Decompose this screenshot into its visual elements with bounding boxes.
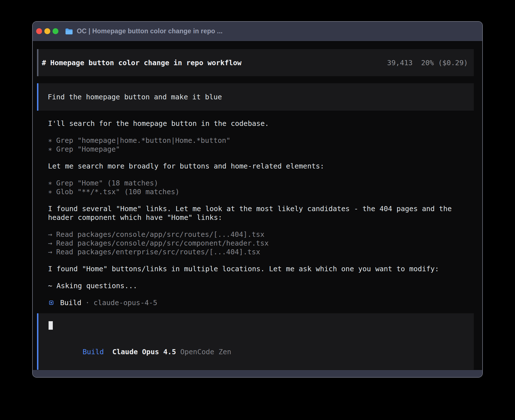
user-message-text: Find the homepage button and make it blu…	[48, 93, 222, 101]
session-stats: 39,41320% ($0.29)	[387, 58, 468, 67]
terminal-window: OC | Homepage button color change in rep…	[32, 21, 483, 378]
zoom-button[interactable]	[53, 28, 58, 34]
model-label: Claude Opus 4.5	[112, 348, 176, 356]
tool-call-group: ∗Grep "Home" (18 matches) ∗Glob "**/*.ts…	[48, 179, 474, 196]
paragraph-line: header component which have "Home" links…	[48, 213, 474, 222]
assistant-paragraph: I found several "Home" links. Let me loo…	[48, 204, 474, 222]
tool-call-text: Read packages/enterprise/src/routes/[...…	[56, 248, 260, 256]
tool-call-read: →Read packages/enterprise/src/routes/[..…	[48, 248, 474, 256]
assistant-paragraph: I'll search for the homepage button in t…	[48, 119, 474, 128]
agent-model: claude-opus-4-5	[93, 298, 157, 307]
tool-call-read: →Read packages/console/app/src/component…	[48, 239, 474, 248]
mode-label: Build	[82, 348, 104, 356]
dot-separator: ·	[85, 298, 90, 307]
tool-call-grep: ∗Grep "homepage|home.*button|Home.*butto…	[48, 136, 474, 145]
arrow-right-icon: →	[48, 248, 52, 256]
tool-call-text: Read packages/console/app/src/routes/[..…	[56, 230, 265, 239]
folder-icon	[65, 28, 73, 34]
agent-build-icon	[49, 301, 53, 305]
minimize-button[interactable]	[44, 28, 50, 34]
arrow-right-icon: →	[48, 230, 52, 239]
session-title: # Homepage button color change in repo w…	[42, 58, 241, 67]
assistant-response: I'll search for the homepage button in t…	[37, 119, 474, 307]
tool-call-text: Glob "**/*.tsx" (100 matches)	[56, 188, 180, 196]
tool-call-text: Grep "Home" (18 matches)	[56, 179, 158, 187]
assistant-paragraph: I found "Home" buttons/links in multiple…	[48, 264, 474, 273]
tool-call-glob: ∗Glob "**/*.tsx" (100 matches)	[48, 187, 474, 196]
close-button[interactable]	[36, 28, 42, 34]
window-title: OC | Homepage button color change in rep…	[77, 27, 222, 35]
token-count: 39,413	[387, 59, 413, 67]
context-cost: 20% ($0.29)	[421, 59, 468, 67]
traffic-lights	[36, 28, 61, 34]
provider-label: OpenCode Zen	[180, 348, 231, 356]
model-row: BuildClaude Opus 4.5OpenCode Zen	[49, 339, 474, 365]
arrow-right-icon: →	[48, 239, 52, 248]
working-status: ~ Asking questions...	[48, 281, 474, 290]
agent-status-line: Build · claude-opus-4-5	[48, 298, 474, 307]
session-header: # Homepage button color change in repo w…	[37, 49, 474, 76]
tool-call-grep: ∗Grep "Homepage"	[48, 145, 474, 154]
asterisk-icon: ∗	[48, 187, 52, 196]
window-bottom-bar	[33, 370, 482, 377]
paragraph-line: I found several "Home" links. Let me loo…	[48, 204, 474, 213]
user-message: Find the homepage button and make it blu…	[37, 83, 474, 111]
window-titlebar[interactable]: OC | Homepage button color change in rep…	[33, 22, 482, 41]
tool-call-group: →Read packages/console/app/src/routes/[.…	[48, 230, 474, 256]
tool-call-text: Grep "homepage|home.*button|Home.*button…	[56, 136, 230, 145]
tool-call-grep: ∗Grep "Home" (18 matches)	[48, 179, 474, 187]
tool-call-read: →Read packages/console/app/src/routes/[.…	[48, 230, 474, 239]
tool-call-text: Grep "Homepage"	[56, 145, 120, 153]
tool-call-text: Read packages/console/app/src/component/…	[56, 239, 269, 247]
tool-call-group: ∗Grep "homepage|home.*button|Home.*butto…	[48, 136, 474, 154]
asterisk-icon: ∗	[48, 136, 52, 145]
text-cursor	[49, 321, 53, 330]
assistant-paragraph: Let me search more broadly for buttons a…	[48, 162, 474, 170]
terminal-content: # Homepage button color change in repo w…	[37, 41, 474, 370]
asterisk-icon: ∗	[48, 179, 52, 187]
prompt-input[interactable]: BuildClaude Opus 4.5OpenCode Zen	[37, 313, 474, 370]
asterisk-icon: ∗	[48, 145, 52, 154]
agent-name: Build	[60, 298, 81, 307]
